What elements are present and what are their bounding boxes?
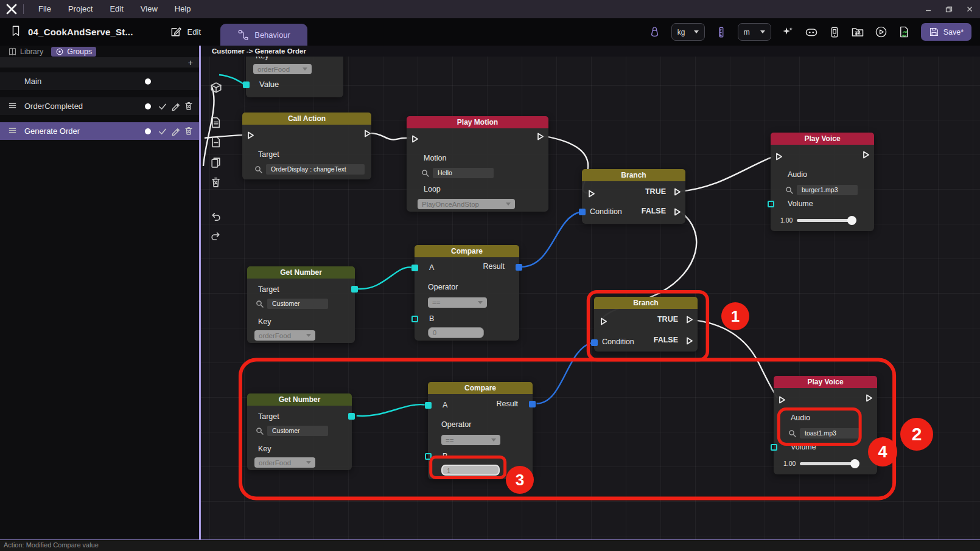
node-header[interactable]: Call Action [242,113,371,125]
b-value-field[interactable]: 0 [428,327,484,338]
menu-view[interactable]: View [132,0,166,18]
node-play-voice[interactable]: Play Voice Audio burger1.mp3 Volume 1.00 [771,133,874,231]
exec-in-port[interactable] [774,152,783,161]
capsule-icon[interactable] [805,26,818,39]
volume-in-port[interactable] [768,201,774,207]
volume-slider[interactable] [800,462,858,465]
true-out-port[interactable] [673,187,682,196]
number-out-port[interactable] [348,413,355,420]
graph-canvas[interactable]: Customer -> Generate Order [199,46,980,539]
bookmark-icon[interactable] [10,25,22,40]
motion-search-field[interactable]: Hello [433,168,494,178]
number-out-port[interactable] [351,286,358,293]
audio-search-field[interactable]: toast1.mp3 [800,428,861,438]
exec-in-port[interactable] [777,395,786,404]
target-search-field[interactable]: Customer [267,299,328,309]
node-header[interactable]: Branch [594,297,698,309]
save-button[interactable]: Save* [921,23,971,41]
false-out-port[interactable] [673,207,682,217]
rename-pencil-icon[interactable] [171,126,181,138]
node-header[interactable]: Branch [582,169,685,181]
operator-dropdown[interactable]: == [441,435,500,445]
node-get-number[interactable]: Get Number Target Customer Key orderFood [247,266,355,343]
drag-handle-icon[interactable] [8,101,17,112]
volume-in-port[interactable] [771,444,777,451]
exec-out-port[interactable] [536,132,545,141]
check-icon[interactable] [158,126,167,138]
volume-slider-knob[interactable] [847,216,856,225]
false-out-port[interactable] [685,336,694,345]
node-branch-2[interactable]: Branch TRUE Condition FALSE [594,297,698,352]
b-in-port[interactable] [425,453,432,460]
rename-pencil-icon[interactable] [171,101,181,113]
paste-icon[interactable] [209,156,224,171]
group-item-main[interactable]: Main [0,72,199,90]
maximize-button[interactable] [939,0,959,18]
delete-trash-icon[interactable] [184,126,194,137]
condition-in-port[interactable] [591,339,598,346]
file-minus-icon[interactable] [209,136,224,150]
node-branch[interactable]: Branch TRUE Condition FALSE [582,169,685,224]
exec-in-port[interactable] [587,189,596,198]
group-item-generate-order[interactable]: Generate Order [0,122,199,140]
tab-library[interactable]: Library [4,46,47,57]
exec-out-port[interactable] [861,150,870,159]
weight-icon[interactable] [648,26,661,38]
delete-node-trash-icon[interactable] [209,176,224,190]
key-dropdown[interactable]: orderFood [254,457,315,468]
group-item-ordercompleted[interactable]: OrderCompleted [0,97,199,115]
node-header[interactable]: Compare [428,382,533,394]
a-in-port[interactable] [411,265,418,271]
node-play-voice-2[interactable]: Play Voice Audio toast1.mp3 Volume 1.00 [774,376,877,474]
value-in-port[interactable] [243,81,250,88]
result-out-port[interactable] [529,401,536,407]
file-sync-icon[interactable] [898,26,911,38]
node-get-number-2[interactable]: Get Number Target Customer Key orderFood [247,393,352,470]
loop-dropdown[interactable]: PlayOnceAndStop [418,199,515,209]
exec-out-port[interactable] [864,393,873,403]
tab-behaviour[interactable]: Behaviour [220,24,307,46]
node-play-motion[interactable]: Play Motion Motion Hello Loop PlayOnceAn… [407,116,548,212]
ruler-icon[interactable] [715,26,727,38]
check-icon[interactable] [158,102,167,113]
condition-in-port[interactable] [579,209,586,215]
file-text-icon[interactable] [209,116,224,131]
b-in-port[interactable] [411,316,418,322]
undo-icon[interactable] [209,210,224,224]
menu-project[interactable]: Project [60,0,101,18]
volume-slider[interactable] [797,219,855,222]
node-header[interactable]: Play Voice [771,133,874,145]
weight-unit-select[interactable]: kg [671,23,705,41]
target-search-field[interactable]: Customer [267,426,328,436]
drag-handle-icon[interactable] [8,126,17,137]
node-header[interactable]: Get Number [247,266,355,279]
folder-transfer-icon[interactable] [851,26,864,39]
sparkles-icon[interactable] [782,26,794,38]
volume-slider-knob[interactable] [850,459,859,468]
minimize-button[interactable] [918,0,939,18]
exec-in-port[interactable] [410,134,419,144]
redo-icon[interactable] [209,229,224,244]
audio-search-field[interactable]: burger1.mp3 [797,185,858,195]
play-icon[interactable] [875,26,887,38]
node-header[interactable]: Compare [415,245,519,257]
operator-dropdown[interactable]: == [428,297,487,308]
target-search-field[interactable]: OrderDisplay : changeText [266,164,365,175]
node-call-action[interactable]: Call Action Target OrderDisplay : change… [242,113,371,179]
a-in-port[interactable] [425,402,432,409]
menu-file[interactable]: File [30,0,60,18]
exec-in-port[interactable] [599,317,608,326]
b-value-field[interactable]: 1 [441,465,500,476]
exec-out-port[interactable] [363,129,372,138]
package-icon[interactable] [209,81,224,95]
key-dropdown[interactable]: orderFood [253,64,312,74]
node-header[interactable]: Play Voice [774,376,877,388]
menu-edit[interactable]: Edit [101,0,131,18]
phone-icon[interactable] [828,26,841,38]
length-unit-select[interactable]: m [738,23,771,41]
tab-groups[interactable]: Groups [51,47,96,57]
result-out-port[interactable] [516,264,522,271]
menu-help[interactable]: Help [166,0,200,18]
add-group-button[interactable]: + [188,58,193,68]
node-header[interactable]: Play Motion [407,116,548,128]
